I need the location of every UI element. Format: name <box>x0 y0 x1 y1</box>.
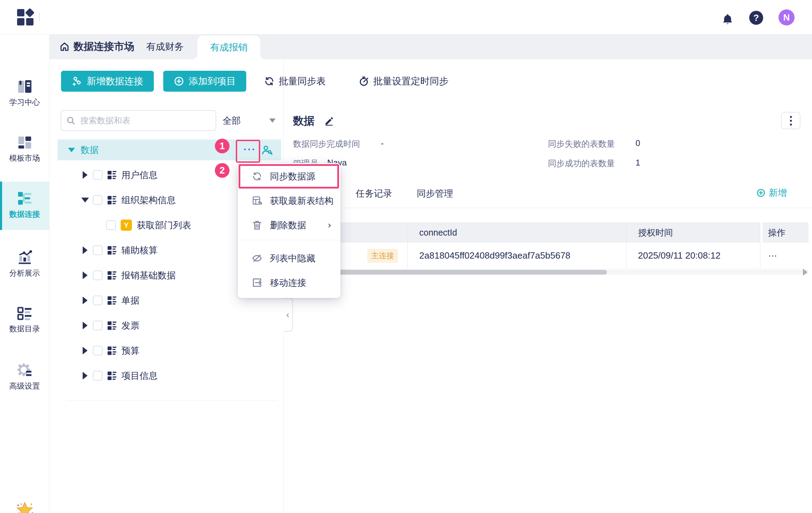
authorize-user-icon[interactable] <box>261 144 273 156</box>
table-group-icon <box>107 320 117 331</box>
sidebar-item-promotion-reward[interactable]: 推广奖励 <box>0 501 49 513</box>
tree-expand-caret-icon[interactable] <box>68 148 75 152</box>
table-group-icon <box>107 170 117 180</box>
scroll-right-arrow-icon[interactable] <box>803 269 807 276</box>
tree-item-checkbox[interactable] <box>93 346 103 355</box>
sidebar-item-analysis[interactable]: 分析展示 <box>0 250 49 278</box>
scope-filter-dropdown[interactable]: 全部 <box>223 110 276 131</box>
tree-toggle-arrow-icon[interactable] <box>80 246 90 254</box>
data-connection-icon <box>0 191 49 206</box>
info-value: - <box>381 138 384 148</box>
tree-toggle-arrow-icon[interactable] <box>80 322 90 329</box>
context-menu-item[interactable]: 移动连接 <box>238 270 340 295</box>
tree-toggle-arrow-icon[interactable] <box>80 372 90 380</box>
user-avatar[interactable]: N <box>779 9 795 25</box>
horizontal-scrollbar-thumb[interactable] <box>299 270 607 275</box>
add-to-project-button[interactable]: 添加到项目 <box>163 71 246 92</box>
batch-schedule-sync-button[interactable]: 批量设置定时同步 <box>359 71 449 92</box>
search-input[interactable] <box>80 115 211 126</box>
app-logo[interactable] <box>17 9 33 25</box>
menu-item-label: 移动连接 <box>270 277 306 289</box>
top-bar: ? N <box>0 0 812 35</box>
batch-sync-icon <box>264 76 275 86</box>
detail-title: 数据 <box>293 114 315 128</box>
info-label: 数据同步完成时间 <box>293 138 360 150</box>
tree-item-checkbox[interactable] <box>93 296 103 305</box>
new-connection-icon <box>72 76 82 86</box>
tree-item-checkbox[interactable] <box>106 220 116 230</box>
batch-sync-tables-button[interactable]: 批量同步表 <box>264 71 326 92</box>
sync-icon <box>252 171 262 182</box>
tab-youcheng-baoxiao[interactable]: 有成报销 <box>197 36 260 59</box>
table-row[interactable]: 主连接 2a818045ff02408d99f3aeaf7a5b5678 202… <box>296 243 809 269</box>
help-icon[interactable]: ? <box>749 11 763 25</box>
table-header-row: connectId 授权时间 操作 <box>296 222 809 243</box>
menu-item-label: 同步数据源 <box>270 170 315 183</box>
new-data-connection-button[interactable]: 新增数据连接 <box>61 71 154 92</box>
table-group-icon <box>107 245 117 255</box>
button-label: 批量设置定时同步 <box>373 75 449 87</box>
collapse-panel-handle[interactable]: ‹ <box>283 298 293 332</box>
tree-item[interactable]: 预算 <box>49 338 283 363</box>
info-label: 同步成功的表数量 <box>548 158 615 169</box>
tree-item[interactable]: 发票 <box>49 313 283 338</box>
tree-toggle-arrow-icon[interactable] <box>80 347 90 354</box>
sidebar-item-data-catalog[interactable]: 数据目录 <box>0 306 49 334</box>
table-group-icon <box>107 345 117 356</box>
info-label: 同步失败的表数量 <box>548 138 615 150</box>
context-menu-item[interactable]: 同步数据源 <box>238 164 340 189</box>
sidebar-item-label: 学习中心 <box>0 97 49 108</box>
sidebar-item-label: 数据目录 <box>0 324 49 334</box>
tree-item-label: 用户信息 <box>121 169 158 181</box>
sidebar-item-advanced-settings[interactable]: 高级设置 <box>0 362 49 391</box>
row-actions-button[interactable]: ··· <box>760 243 809 269</box>
sidebar-item-label: 分析展示 <box>0 268 49 278</box>
move-icon <box>252 277 262 288</box>
template-market-icon <box>0 135 49 150</box>
button-label: 新增 <box>769 187 787 199</box>
tree-toggle-arrow-icon[interactable] <box>80 198 90 202</box>
tree-item-label: 预算 <box>121 345 140 357</box>
context-menu-item[interactable]: 删除数据 › <box>238 213 340 237</box>
sidebar-item-data-connection[interactable]: 数据连接 <box>0 182 49 230</box>
column-header-auth-time: 授权时间 <box>626 222 760 243</box>
button-label: 批量同步表 <box>279 75 326 87</box>
connect-id-cell: 2a818045ff02408d99f3aeaf7a5b5678 <box>408 243 626 269</box>
add-connect-button[interactable]: 新增 <box>756 187 787 199</box>
tree-item-checkbox[interactable] <box>93 195 103 205</box>
column-header-actions: 操作 <box>760 222 809 243</box>
tree-item-label: 单据 <box>121 294 140 307</box>
tree-item-label: 组织架构信息 <box>121 194 176 206</box>
connector-y-icon: Y <box>121 220 132 231</box>
data-more-actions-button[interactable]: ··· <box>242 141 258 158</box>
tree-item-checkbox[interactable] <box>93 245 103 255</box>
home-icon <box>60 42 69 52</box>
context-menu-item[interactable]: 列表中隐藏 <box>238 246 340 270</box>
tree-item-checkbox[interactable] <box>93 321 103 330</box>
primary-connection-badge: 主连接 <box>367 249 398 263</box>
tree-item-label: 获取部门列表 <box>137 219 191 231</box>
detail-more-menu-button[interactable] <box>781 112 800 129</box>
data-catalog-icon <box>0 306 49 321</box>
tab-sync-management[interactable]: 同步管理 <box>417 187 453 200</box>
tree-item-checkbox[interactable] <box>93 170 103 180</box>
tree-item-checkbox[interactable] <box>93 371 103 381</box>
filter-value: 全部 <box>223 115 241 127</box>
context-menu-item[interactable]: 获取最新表结构 <box>238 189 340 213</box>
breadcrumb[interactable]: 数据连接市场 <box>60 34 134 59</box>
tree-toggle-arrow-icon[interactable] <box>80 271 90 279</box>
notifications-bell-icon[interactable] <box>721 13 735 26</box>
sidebar-item-template-market[interactable]: 模板市场 <box>0 135 49 163</box>
learning-center-icon <box>0 79 49 94</box>
edit-pencil-icon[interactable] <box>324 116 334 126</box>
tab-youcheng-caiwu[interactable]: 有成财务 <box>146 34 184 59</box>
tab-task-records[interactable]: 任务记录 <box>356 187 392 200</box>
sidebar-item-label: 模板市场 <box>0 153 49 163</box>
tree-item[interactable]: 项目信息 <box>49 363 283 388</box>
auth-time-cell: 2025/09/11 20:08:12 <box>626 243 760 269</box>
sidebar-item-learning-center[interactable]: 学习中心 <box>0 79 49 108</box>
tree-toggle-arrow-icon[interactable] <box>80 171 90 179</box>
tree-item-checkbox[interactable] <box>93 270 103 280</box>
tree-root-label: 数据 <box>81 144 99 156</box>
tree-toggle-arrow-icon[interactable] <box>80 297 90 304</box>
